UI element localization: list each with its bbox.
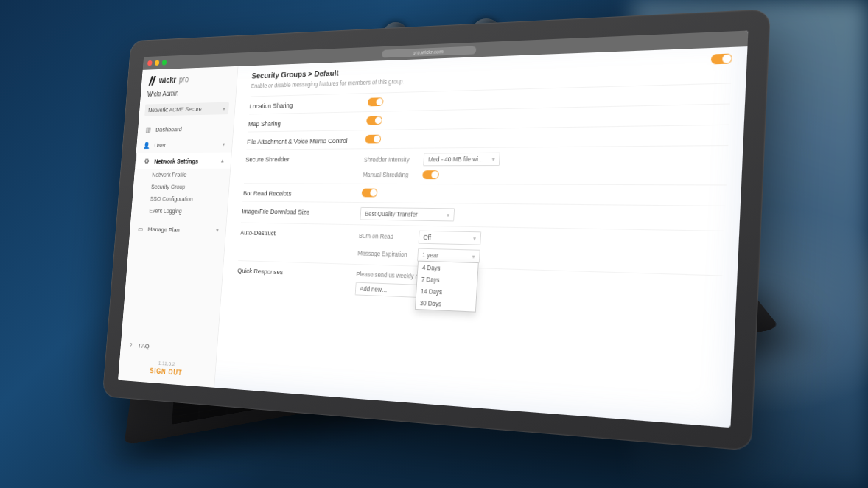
label-shredder-intensity: Shredder Intensity [364,156,417,164]
breadcrumb-text: Security Groups > Default [251,69,339,80]
user-icon: 👤 [143,141,150,149]
nav-event-logging[interactable]: Event Logging [131,204,228,217]
toggle-map-sharing[interactable] [366,116,382,125]
label-secure-shredder: Secure Shredder [245,153,364,163]
group-master-toggle[interactable] [711,53,732,64]
label-manual-shredding: Manual Shredding [363,171,416,178]
gear-icon: ⚙ [143,157,150,165]
select-shredder-intensity-value: Med - 40 MB file wi… [428,156,484,163]
label-auto-destruct: Auto-Destruct [240,227,360,239]
card-icon: ▭ [136,224,144,232]
toggle-file-attachment[interactable] [365,135,381,144]
nav-manage-plan[interactable]: ▭ Manage Plan ▾ [130,220,226,239]
chevron-down-icon: ▾ [223,105,225,111]
label-quick-responses: Quick Responses [237,265,357,279]
select-download-size-value: Best Quality Transfer [365,210,418,218]
label-location-sharing: Location Sharing [249,98,368,110]
nav-sso-configuration[interactable]: SSO Configuration [132,192,228,206]
nav-network-settings-label: Network Settings [154,157,199,164]
brand-name: wickr [158,75,176,85]
chevron-down-icon: ▾ [447,212,449,218]
nav-user[interactable]: 👤 User ▾ [136,136,233,153]
select-message-expiration[interactable]: 1 year ▾ 4 Days 7 Days 14 Days 30 Days [417,248,480,263]
toggle-bot-read-receipts[interactable] [362,189,378,198]
nav-dashboard-label: Dashboard [155,125,182,133]
label-bot-read-receipts: Bot Read Receipts [243,188,363,198]
wickr-slash-icon [148,76,157,86]
select-shredder-intensity[interactable]: Med - 40 MB file wi… ▾ [423,153,500,167]
add-quick-response-label: Add new… [360,285,388,293]
dashboard-icon: ▥ [144,125,152,133]
chevron-down-icon: ▾ [491,156,494,162]
label-message-expiration: Message Expiration [357,250,411,259]
nav-network-profile[interactable]: Network Profile [134,169,231,181]
window-close-icon[interactable] [147,60,153,66]
chevron-down-icon: ▾ [216,227,219,233]
brand-logo: wickr pro [141,66,238,90]
select-burn-on-read[interactable]: Off ▾ [419,231,482,245]
expiration-option[interactable]: 30 Days [416,297,476,312]
nav-network-settings[interactable]: ⚙ Network Settings ▴ [135,153,231,169]
chevron-down-icon: ▾ [473,235,476,242]
nav-faq-label: FAQ [139,341,150,349]
brand-suffix: pro [178,74,189,84]
toggle-manual-shredding[interactable] [422,170,439,179]
nav-user-label: User [154,142,166,149]
window-zoom-icon[interactable] [162,60,167,65]
chevron-down-icon: ▾ [223,141,225,147]
address-bar[interactable]: pro.wickr.com [382,46,476,57]
select-download-size[interactable]: Best Quality Transfer ▾ [360,207,455,222]
select-message-expiration-value: 1 year [422,251,439,259]
label-file-attachment: File Attachment & Voice Memo Control [247,135,365,145]
chevron-up-icon: ▴ [221,158,224,164]
expiration-dropdown-list: 4 Days 7 Days 14 Days 30 Days [415,261,479,313]
help-icon: ? [127,340,135,349]
network-selector[interactable]: Network: ACME Secure ▾ [144,102,229,116]
nav-security-group[interactable]: Security Group [133,181,229,193]
laptop-screen: pro.wickr.com wickr pro Wickr Admin Netw… [118,30,748,428]
select-burn-on-read-value: Off [423,234,431,241]
window-minimize-icon[interactable] [155,60,160,66]
label-image-download-size: Image/File Download Size [242,206,361,217]
main-panel: Security Groups > Default Enable or disa… [214,46,747,428]
nav-manage-plan-label: Manage Plan [147,225,180,233]
admin-title: Wickr Admin [140,86,236,102]
chevron-down-icon: ▾ [472,253,475,259]
label-burn-on-read: Burn on Read [359,232,413,240]
nav-dashboard[interactable]: ▥ Dashboard [137,119,234,137]
label-map-sharing: Map Sharing [248,116,367,128]
network-selector-label: Network: ACME Secure [148,105,202,114]
toggle-location-sharing[interactable] [368,97,384,106]
